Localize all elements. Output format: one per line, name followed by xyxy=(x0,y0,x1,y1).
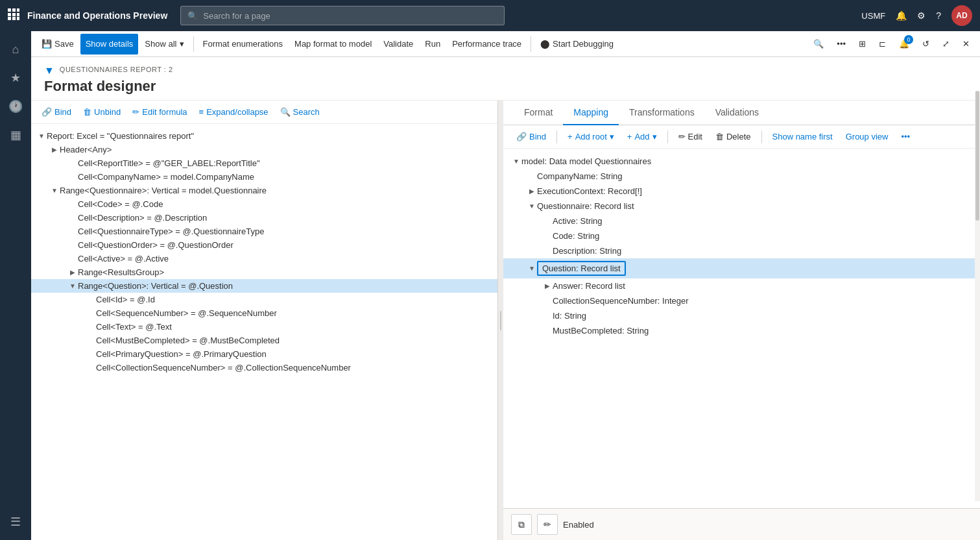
performance-trace-button[interactable]: Performance trace xyxy=(447,34,527,55)
map-format-to-model-button[interactable]: Map format to model xyxy=(289,34,377,55)
tree-label: Cell<CollectionSequenceNumber> = @.Colle… xyxy=(96,363,497,373)
more-right-button[interactable]: ••• xyxy=(896,129,915,144)
sidebar-icon-workspaces[interactable]: ▦ xyxy=(3,122,29,148)
format-enumerations-button[interactable]: Format enumerations xyxy=(198,34,289,55)
edit-formula-button[interactable]: ✏ Edit formula xyxy=(127,104,192,119)
plus-root-icon: + xyxy=(568,132,573,141)
tree-item[interactable]: Cell<Text> = @.Text xyxy=(31,320,497,334)
copy-button[interactable]: ⧉ xyxy=(511,514,532,535)
model-label: ExecutionContext: Record[!] xyxy=(537,186,642,196)
model-item[interactable]: Active: String xyxy=(503,214,980,228)
tree-item-selected[interactable]: ▼ Range<Question>: Vertical = @.Question xyxy=(31,279,497,293)
tree-item[interactable]: ▶ Header<Any> xyxy=(31,143,497,156)
refresh-button[interactable]: ↺ xyxy=(917,34,935,55)
copy-icon: ⧉ xyxy=(518,519,525,530)
validate-button[interactable]: Validate xyxy=(378,34,418,55)
tree-item[interactable]: Cell<QuestionOrder> = @.QuestionOrder xyxy=(31,238,497,252)
right-tabs: Format Mapping Transformations Validatio… xyxy=(503,101,980,125)
save-button[interactable]: 💾 Save xyxy=(36,34,79,55)
tree-item[interactable]: Cell<ReportTitle> = @"GER_LABEL:ReportTi… xyxy=(31,156,497,170)
model-item[interactable]: Code: String xyxy=(503,228,980,243)
delete-icon: 🗑 xyxy=(715,132,724,141)
model-item-selected[interactable]: ▼ Question: Record list xyxy=(503,258,980,278)
model-item[interactable]: ▼ Questionnaire: Record list xyxy=(503,199,980,214)
tree-item[interactable]: Cell<Description> = @.Description xyxy=(31,211,497,225)
model-item[interactable]: MustBeCompleted: String xyxy=(503,323,980,338)
search-left-button[interactable]: 🔍 Search xyxy=(275,104,325,119)
show-name-first-button[interactable]: Show name first xyxy=(767,129,838,144)
more-options-button[interactable]: ••• xyxy=(831,34,851,55)
model-item[interactable]: Id: String xyxy=(503,308,980,323)
right-bottom-bar: ⧉ ✏ Enabled xyxy=(503,508,980,540)
badge-button[interactable]: 🔔 0 xyxy=(894,34,914,55)
help-icon[interactable]: ? xyxy=(936,10,941,21)
tree-item[interactable]: Cell<MustBeCompleted> = @.MustBeComplete… xyxy=(31,334,497,347)
group-view-button[interactable]: Group view xyxy=(841,129,894,144)
tree-item[interactable]: ▼ Range<Questionnaire>: Vertical = model… xyxy=(31,184,497,197)
tree-item[interactable]: Cell<Code> = @.Code xyxy=(31,197,497,211)
sidebar: ⌂ ★ 🕐 ▦ ☰ xyxy=(0,31,31,540)
notification-icon[interactable]: 🔔 xyxy=(896,10,907,21)
run-button[interactable]: Run xyxy=(420,34,446,55)
edit-icon: ✏ xyxy=(132,107,139,117)
tree-item[interactable]: Cell<PrimaryQuestion> = @.PrimaryQuestio… xyxy=(31,347,497,361)
tree-item[interactable]: Cell<CollectionSequenceNumber> = @.Colle… xyxy=(31,361,497,374)
close-button[interactable]: ✕ xyxy=(957,34,975,55)
model-item[interactable]: CollectionSequenceNumber: Integer xyxy=(503,293,980,308)
tree-label: Cell<PrimaryQuestion> = @.PrimaryQuestio… xyxy=(96,349,497,359)
model-label: model: Data model Questionnaires xyxy=(521,156,651,166)
tree-item[interactable]: Cell<CompanyName> = model.CompanyName xyxy=(31,170,497,184)
svg-rect-3 xyxy=(8,13,11,16)
right-scrollbar[interactable] xyxy=(975,101,980,501)
tab-transformations[interactable]: Transformations xyxy=(619,101,705,125)
tree-item[interactable]: Cell<Active> = @.Active xyxy=(31,252,497,265)
model-item[interactable]: ▶ Answer: Record list xyxy=(503,278,980,293)
global-search-bar[interactable]: 🔍 Search for a page xyxy=(180,6,505,25)
delete-button[interactable]: 🗑 Delete xyxy=(710,129,756,144)
edit-bottom-button[interactable]: ✏ xyxy=(537,514,558,535)
model-item[interactable]: Description: String xyxy=(503,243,980,258)
save-icon: 💾 xyxy=(42,39,52,49)
toolbar-sep-1 xyxy=(193,36,194,52)
tab-mapping[interactable]: Mapping xyxy=(563,101,619,125)
sidebar-icon-recent[interactable]: 🕐 xyxy=(3,93,29,119)
add-root-button[interactable]: + Add root ▾ xyxy=(562,129,619,144)
bookmark-icon-button[interactable]: ⊏ xyxy=(874,34,891,55)
panel-divider[interactable] xyxy=(498,101,503,540)
search-toolbar-button[interactable]: 🔍 xyxy=(808,34,829,55)
app-grid-icon[interactable] xyxy=(8,8,19,23)
settings-icon[interactable]: ⚙ xyxy=(917,10,926,21)
model-item[interactable]: ▼ model: Data model Questionnaires xyxy=(503,154,980,169)
show-details-button[interactable]: Show details xyxy=(80,34,139,55)
breadcrumb: QUESTIONNAIRES REPORT : 2 xyxy=(60,66,173,73)
tree-label: Cell<MustBeCompleted> = @.MustBeComplete… xyxy=(96,336,497,345)
sidebar-icon-favorites[interactable]: ★ xyxy=(3,65,29,91)
edit-right-button[interactable]: ✏ Edit xyxy=(673,129,708,144)
tab-validations[interactable]: Validations xyxy=(705,101,769,125)
model-label: Questionnaire: Record list xyxy=(537,201,634,211)
filter-icon[interactable]: ▼ xyxy=(44,65,54,77)
tree-item[interactable]: ▼ Report: Excel = "Questionnaires report… xyxy=(31,129,497,143)
expand-collapse-button[interactable]: ≡ Expand/collapse xyxy=(194,104,274,119)
expand-button[interactable]: ⤢ xyxy=(937,34,955,55)
model-item[interactable]: CompanyName: String xyxy=(503,169,980,184)
tree-item[interactable]: ▶ Range<ResultsGroup> xyxy=(31,265,497,279)
sidebar-icon-home[interactable]: ⌂ xyxy=(3,36,29,62)
model-item[interactable]: ▶ ExecutionContext: Record[!] xyxy=(503,184,980,199)
tab-format[interactable]: Format xyxy=(514,101,563,125)
user-avatar[interactable]: AD xyxy=(951,5,972,26)
add-button[interactable]: + Add ▾ xyxy=(622,129,662,144)
start-debugging-button[interactable]: ⬤ Start Debugging xyxy=(535,34,619,55)
sidebar-icon-menu[interactable]: ☰ xyxy=(3,509,29,535)
bind-left-button[interactable]: 🔗 Bind xyxy=(36,104,77,119)
show-all-button[interactable]: Show all ▾ xyxy=(139,34,189,55)
right-panel: Format Mapping Transformations Validatio… xyxy=(503,101,980,540)
tree-item[interactable]: Cell<Id> = @.Id xyxy=(31,293,497,306)
tree-item[interactable]: Cell<SequenceNumber> = @.SequenceNumber xyxy=(31,306,497,320)
grid-icon-button[interactable]: ⊞ xyxy=(854,34,871,55)
tree-item[interactable]: Cell<QuestionnaireType> = @.Questionnair… xyxy=(31,225,497,238)
unbind-button[interactable]: 🗑 Unbind xyxy=(78,104,126,119)
bind-right-button[interactable]: 🔗 Bind xyxy=(511,129,551,144)
tree-label: Range<Question>: Vertical = @.Question xyxy=(78,281,497,291)
toolbar-sep-2 xyxy=(531,36,531,52)
